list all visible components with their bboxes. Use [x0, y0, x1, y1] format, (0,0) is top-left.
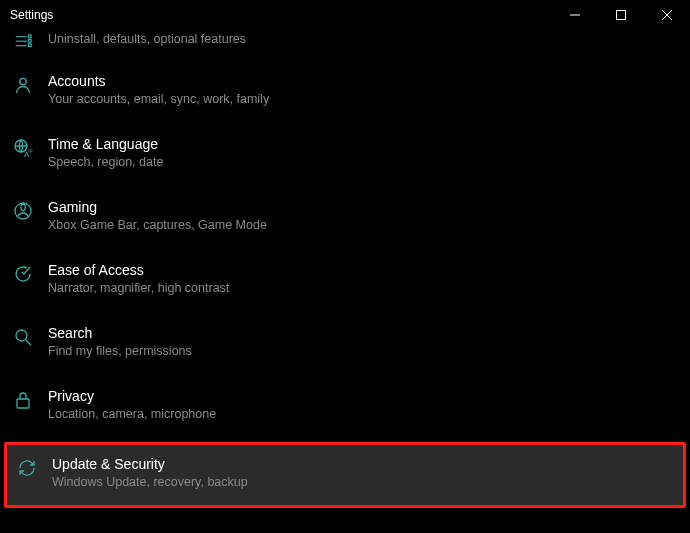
update-security-icon — [16, 457, 38, 479]
category-time-language[interactable]: A 字 Time & Language Speech, region, date — [0, 125, 690, 188]
svg-point-15 — [16, 330, 27, 341]
category-title: Update & Security — [52, 455, 248, 473]
category-title: Ease of Access — [48, 261, 229, 279]
apps-icon — [12, 34, 34, 52]
category-desc: Windows Update, recovery, backup — [52, 474, 248, 491]
settings-list: Uninstall, defaults, optional features A… — [0, 30, 690, 508]
svg-line-16 — [26, 340, 31, 345]
category-update-security[interactable]: Update & Security Windows Update, recove… — [7, 445, 683, 505]
maximize-button[interactable] — [598, 0, 644, 30]
window-title: Settings — [0, 8, 53, 22]
category-title: Search — [48, 324, 192, 342]
time-language-icon: A 字 — [12, 137, 34, 159]
svg-text:字: 字 — [28, 148, 33, 154]
category-title: Privacy — [48, 387, 216, 405]
category-gaming[interactable]: Gaming Xbox Game Bar, captures, Game Mod… — [0, 188, 690, 251]
svg-rect-17 — [17, 399, 29, 408]
highlight-annotation: Update & Security Windows Update, recove… — [4, 442, 686, 508]
category-title: Time & Language — [48, 135, 163, 153]
close-button[interactable] — [644, 0, 690, 30]
svg-rect-9 — [28, 44, 31, 47]
gaming-icon — [12, 200, 34, 222]
category-desc: Location, camera, microphone — [48, 406, 216, 423]
category-title: Gaming — [48, 198, 267, 216]
category-desc: Uninstall, defaults, optional features — [48, 31, 246, 48]
category-desc: Speech, region, date — [48, 154, 163, 171]
privacy-icon — [12, 389, 34, 411]
category-accounts[interactable]: Accounts Your accounts, email, sync, wor… — [0, 62, 690, 125]
category-desc: Narrator, magnifier, high contrast — [48, 280, 229, 297]
category-desc: Find my files, permissions — [48, 343, 192, 360]
minimize-icon — [570, 10, 580, 20]
titlebar: Settings — [0, 0, 690, 30]
category-privacy[interactable]: Privacy Location, camera, microphone — [0, 377, 690, 440]
ease-of-access-icon — [12, 263, 34, 285]
category-desc: Xbox Game Bar, captures, Game Mode — [48, 217, 267, 234]
category-ease-of-access[interactable]: Ease of Access Narrator, magnifier, high… — [0, 251, 690, 314]
category-title: Accounts — [48, 72, 269, 90]
svg-point-10 — [20, 78, 26, 84]
category-desc: Your accounts, email, sync, work, family — [48, 91, 269, 108]
category-search[interactable]: Search Find my files, permissions — [0, 314, 690, 377]
accounts-icon — [12, 74, 34, 96]
svg-rect-7 — [28, 35, 31, 38]
svg-rect-8 — [28, 39, 31, 42]
close-icon — [662, 10, 672, 20]
minimize-button[interactable] — [552, 0, 598, 30]
category-apps[interactable]: Uninstall, defaults, optional features — [0, 30, 690, 62]
maximize-icon — [616, 10, 626, 20]
svg-rect-1 — [617, 11, 626, 20]
search-icon — [12, 326, 34, 348]
